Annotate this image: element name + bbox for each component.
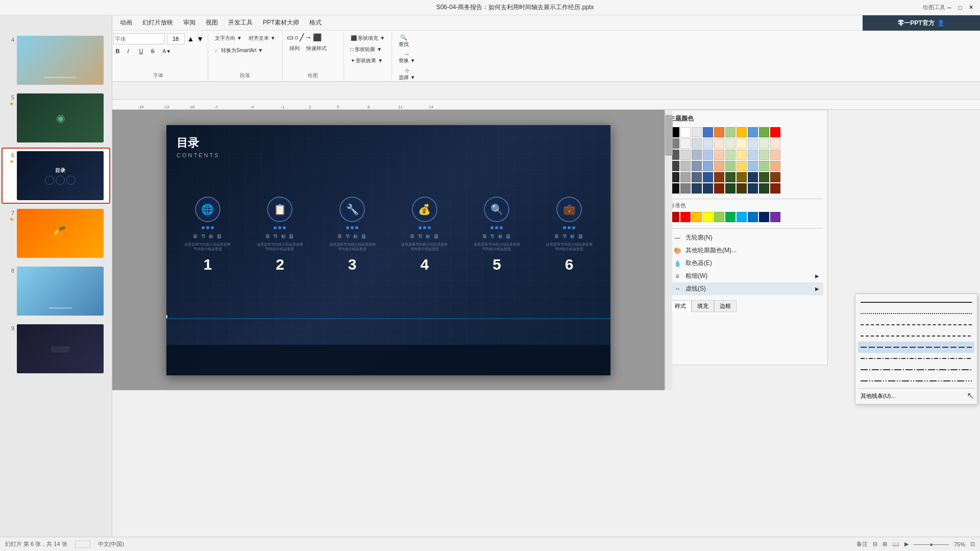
- underline-button[interactable]: U: [137, 46, 147, 56]
- color-swatch[interactable]: [714, 183, 724, 194]
- line-option-dotted-sq[interactable]: [858, 319, 974, 330]
- color-swatch-green[interactable]: [725, 212, 736, 222]
- quick-styles-button[interactable]: 快速样式: [304, 43, 329, 54]
- color-swatch[interactable]: [680, 138, 691, 149]
- fit-window-button[interactable]: ⊡: [970, 541, 975, 547]
- line-option-dash-dot[interactable]: [858, 353, 974, 364]
- dashes-item[interactable]: ╌ 虚线(S) ▶: [669, 282, 823, 295]
- color-swatch-light-blue[interactable]: [737, 212, 747, 222]
- color-swatch[interactable]: [692, 172, 702, 182]
- strikethrough-button[interactable]: S: [149, 46, 159, 56]
- color-swatch[interactable]: [680, 150, 691, 160]
- fill-tab[interactable]: 填充: [692, 300, 714, 312]
- view-normal-icon[interactable]: ⊟: [873, 541, 877, 547]
- color-swatch[interactable]: [692, 150, 702, 160]
- color-swatch[interactable]: [692, 161, 702, 171]
- line-option-dotted-sm[interactable]: [858, 308, 974, 319]
- shape-fill-button[interactable]: ⬛ 形状填充 ▼: [348, 33, 387, 43]
- color-swatch[interactable]: [714, 127, 724, 137]
- view-reading-icon[interactable]: 📖: [892, 541, 899, 547]
- menu-review[interactable]: 审阅: [178, 16, 201, 29]
- font-size-input[interactable]: [167, 33, 185, 44]
- color-swatch[interactable]: [725, 138, 736, 149]
- color-swatch[interactable]: [703, 127, 713, 137]
- zoom-slider[interactable]: ────●────: [914, 541, 949, 547]
- color-swatch[interactable]: [714, 138, 724, 149]
- arrow-shape[interactable]: →: [305, 33, 312, 41]
- color-swatch[interactable]: [759, 150, 769, 160]
- color-swatch-purple[interactable]: [770, 212, 780, 222]
- shape-effects-button[interactable]: ✦ 形状效果 ▼: [348, 56, 385, 66]
- color-swatch[interactable]: [725, 150, 736, 160]
- color-swatch[interactable]: [759, 161, 769, 171]
- slide-thumb-6[interactable]: 6★ 目录: [2, 148, 110, 204]
- menu-dev[interactable]: 开发工具: [223, 16, 258, 29]
- status-icon[interactable]: [75, 541, 90, 548]
- style-tab[interactable]: 样式: [669, 300, 692, 312]
- color-swatch-red[interactable]: [680, 212, 691, 222]
- color-swatch[interactable]: [737, 138, 747, 149]
- color-swatch[interactable]: [692, 127, 702, 137]
- more-outline-colors-item[interactable]: 🎨 其他轮廓颜色(M)...: [669, 244, 823, 257]
- border-tab[interactable]: 边框: [714, 300, 737, 312]
- line-shape[interactable]: ╱: [300, 33, 304, 41]
- color-swatch-light-green[interactable]: [714, 212, 724, 222]
- color-swatch[interactable]: [759, 172, 769, 182]
- slide-thumb-8[interactable]: 8 ━━━━━━━━━: [2, 263, 110, 319]
- font-name-input[interactable]: [113, 33, 164, 44]
- align-text-button[interactable]: 对齐文本 ▼: [246, 33, 278, 43]
- slide-thumb-4[interactable]: 4 ═══════════: [2, 32, 110, 88]
- color-swatch[interactable]: [680, 172, 691, 182]
- arrange-button[interactable]: 排列: [287, 43, 302, 54]
- color-swatch[interactable]: [759, 127, 769, 137]
- color-swatch[interactable]: [714, 150, 724, 160]
- shape-outline-button[interactable]: □ 形状轮廓 ▼: [348, 44, 385, 55]
- color-swatch[interactable]: [703, 161, 713, 171]
- view-slide-sorter-icon[interactable]: ⊞: [883, 541, 887, 547]
- line-option-solid[interactable]: [858, 297, 974, 308]
- color-swatch[interactable]: [737, 161, 747, 171]
- color-swatch[interactable]: [748, 161, 758, 171]
- line-option-dash[interactable]: [858, 330, 974, 342]
- no-outline-menu-item[interactable]: — 无轮廓(N): [669, 231, 823, 244]
- color-swatch[interactable]: [737, 127, 747, 137]
- shapes-more[interactable]: ⬛: [313, 33, 322, 41]
- find-button[interactable]: 🔍 查找: [396, 33, 411, 50]
- line-option-long-dash-dot-dot[interactable]: [858, 375, 974, 387]
- color-swatch[interactable]: [748, 183, 758, 194]
- vertical-scrollbar[interactable]: [665, 110, 672, 390]
- menu-ppt-materials[interactable]: PPT素材大师: [258, 16, 304, 29]
- select-button[interactable]: ⊹ 选择 ▼: [396, 66, 418, 83]
- font-color-button[interactable]: A▼: [160, 47, 174, 56]
- restore-button[interactable]: □: [956, 4, 964, 12]
- color-swatch[interactable]: [759, 138, 769, 149]
- bold-button[interactable]: B: [113, 46, 124, 56]
- eyedropper-item[interactable]: 💧 取色器(E): [669, 257, 823, 270]
- color-swatch-orange[interactable]: [692, 212, 702, 222]
- color-swatch[interactable]: [737, 150, 747, 160]
- slide-thumb-7[interactable]: 7★ 🍊: [2, 205, 110, 261]
- color-swatch[interactable]: [725, 161, 736, 171]
- color-swatch[interactable]: [725, 127, 736, 137]
- color-swatch[interactable]: [748, 150, 758, 160]
- view-slideshow-icon[interactable]: ▶: [904, 541, 909, 547]
- minimize-button[interactable]: ─: [945, 4, 953, 12]
- slide-thumb-9[interactable]: 9 ▒▒▒▒▒: [2, 321, 110, 377]
- color-swatch-dark-blue[interactable]: [759, 212, 769, 222]
- replace-button[interactable]: ↔ 替换 ▼: [396, 50, 418, 66]
- color-swatch[interactable]: [770, 161, 780, 171]
- color-swatch[interactable]: [703, 138, 713, 149]
- color-swatch[interactable]: [680, 127, 691, 137]
- close-button[interactable]: ✕: [967, 4, 975, 12]
- italic-button[interactable]: I: [125, 46, 135, 56]
- color-swatch[interactable]: [703, 172, 713, 182]
- line-option-long-dash-dot[interactable]: [858, 364, 974, 375]
- color-swatch[interactable]: [725, 172, 736, 182]
- weight-item[interactable]: ≡ 粗细(W) ▶: [669, 270, 823, 282]
- color-swatch[interactable]: [714, 161, 724, 171]
- color-swatch-blue[interactable]: [748, 212, 758, 222]
- color-swatch[interactable]: [748, 127, 758, 137]
- text-direction-button[interactable]: 文字方向 ▼: [212, 33, 244, 43]
- menu-format[interactable]: 格式: [304, 16, 327, 29]
- slide-thumb-5[interactable]: 5★ ◉: [2, 90, 110, 146]
